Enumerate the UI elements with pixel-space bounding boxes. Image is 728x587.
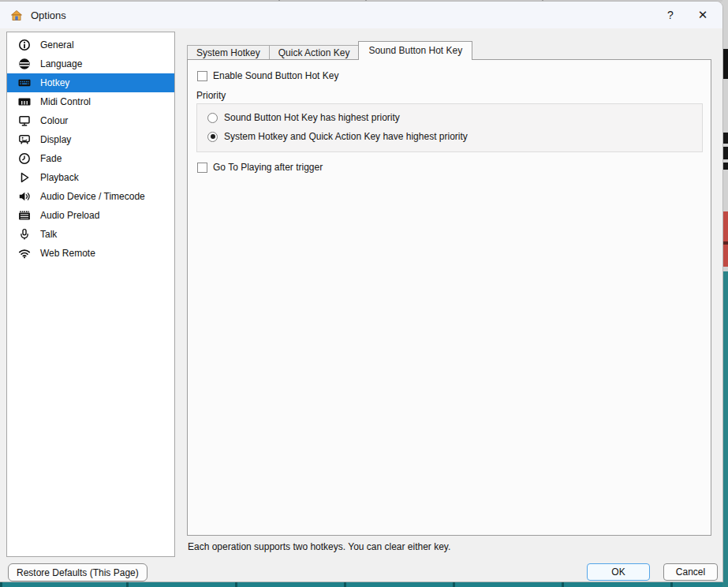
priority-radio-1[interactable] <box>207 113 218 123</box>
tab-strip: System HotkeyQuick Action KeySound Butto… <box>187 41 472 60</box>
tab-quick-action-key[interactable]: Quick Action Key <box>269 45 360 60</box>
sidebar-item-talk[interactable]: Talk <box>7 225 174 244</box>
speaker-icon <box>17 190 32 203</box>
monitor-icon <box>17 114 32 127</box>
sidebar-item-web-remote[interactable]: Web Remote <box>7 244 174 263</box>
sidebar-item-label: Web Remote <box>40 248 95 259</box>
info-icon <box>17 39 32 51</box>
preload-icon <box>17 209 32 222</box>
sidebar-item-audio-device-timecode[interactable]: Audio Device / Timecode <box>7 187 174 206</box>
play-icon <box>17 171 32 184</box>
background-app-cell-black <box>722 133 728 144</box>
sidebar-item-colour[interactable]: Colour <box>7 111 174 130</box>
background-app-cell-red <box>722 211 728 241</box>
sidebar: GeneralLanguageHotkeyMidi ControlColourD… <box>6 32 175 557</box>
restore-defaults-button[interactable]: Restore Defaults (This Page) <box>8 563 147 581</box>
clock-icon <box>17 152 32 165</box>
priority-radio-2[interactable] <box>207 132 218 142</box>
sidebar-item-midi-control[interactable]: Midi Control <box>7 92 174 111</box>
enable-sound-button-hot-key-checkbox[interactable] <box>197 71 207 81</box>
sidebar-item-playback[interactable]: Playback <box>7 168 174 187</box>
sidebar-item-label: Talk <box>40 229 57 240</box>
window-title: Options <box>31 9 66 21</box>
enable-sound-button-hot-key-label[interactable]: Enable Sound Button Hot Key <box>213 70 338 81</box>
go-to-playing-label[interactable]: Go To Playing after trigger <box>213 162 323 173</box>
background-app-separator <box>670 581 673 587</box>
sidebar-item-label: Audio Device / Timecode <box>40 191 145 202</box>
sidebar-item-label: Audio Preload <box>40 210 99 221</box>
sidebar-item-label: General <box>40 39 74 50</box>
background-app-separator <box>0 581 2 587</box>
background-app-separator <box>453 581 455 587</box>
sidebar-item-label: Playback <box>40 172 79 183</box>
piano-icon <box>17 95 32 108</box>
sidebar-item-display[interactable]: Display <box>7 130 174 149</box>
priority-option-label[interactable]: Sound Button Hot Key has highest priorit… <box>224 112 400 123</box>
sidebar-item-hotkey[interactable]: Hotkey <box>7 73 174 92</box>
background-app-separator <box>562 581 564 587</box>
priority-label: Priority <box>196 90 226 101</box>
close-button[interactable]: ✕ <box>687 4 719 26</box>
sidebar-item-general[interactable]: General <box>7 36 174 54</box>
sidebar-item-label: Colour <box>40 115 68 126</box>
keyboard-icon <box>17 77 32 89</box>
sidebar-item-label: Midi Control <box>40 96 91 107</box>
sidebar-item-label: Hotkey <box>40 77 69 88</box>
globe-icon <box>17 58 32 70</box>
wifi-icon <box>17 247 32 260</box>
display-icon <box>17 133 32 146</box>
background-app-cell-red <box>722 245 728 267</box>
sidebar-item-label: Display <box>40 134 71 145</box>
background-app-cell-black <box>722 49 728 79</box>
footer-note: Each operation supports two hotkeys. You… <box>188 541 450 552</box>
tab-panel-sound-button-hot-key: Enable Sound Button Hot Key Priority Sou… <box>187 59 711 536</box>
priority-option-label[interactable]: System Hotkey and Quick Action Key have … <box>224 131 468 142</box>
go-to-playing-row[interactable]: Go To Playing after trigger <box>197 162 323 173</box>
sidebar-item-language[interactable]: Language <box>7 54 174 73</box>
sidebar-item-label: Language <box>40 58 82 69</box>
sidebar-item-fade[interactable]: Fade <box>7 149 174 168</box>
tab-system-hotkey[interactable]: System Hotkey <box>187 45 270 60</box>
sidebar-item-label: Fade <box>40 153 62 164</box>
tab-sound-button-hot-key[interactable]: Sound Button Hot Key <box>358 41 472 60</box>
go-to-playing-checkbox[interactable] <box>197 163 207 173</box>
priority-group: Sound Button Hot Key has highest priorit… <box>196 103 703 152</box>
background-app-separator <box>344 581 346 587</box>
background-app-separator <box>126 581 129 587</box>
sidebar-item-audio-preload[interactable]: Audio Preload <box>7 206 174 225</box>
app-icon <box>9 8 24 22</box>
priority-option-1[interactable]: Sound Button Hot Key has highest priorit… <box>207 112 400 123</box>
help-button[interactable]: ? <box>655 4 686 26</box>
enable-sound-button-hot-key-row[interactable]: Enable Sound Button Hot Key <box>197 70 338 81</box>
background-app-cell-black <box>722 147 728 159</box>
microphone-icon <box>17 228 32 241</box>
priority-option-2[interactable]: System Hotkey and Quick Action Key have … <box>207 131 468 142</box>
background-app-cell-black <box>722 163 728 170</box>
background-app-cell-teal <box>722 271 728 587</box>
options-dialog: Options ? ✕ GeneralLanguageHotkeyMidi Co… <box>0 2 722 581</box>
background-app-bottom-edge <box>0 581 722 587</box>
titlebar[interactable]: Options ? ✕ <box>0 2 722 28</box>
background-app-separator <box>235 581 237 587</box>
cancel-button[interactable]: Cancel <box>663 563 718 581</box>
background-app-right-edge <box>722 0 728 587</box>
ok-button[interactable]: OK <box>587 563 650 581</box>
